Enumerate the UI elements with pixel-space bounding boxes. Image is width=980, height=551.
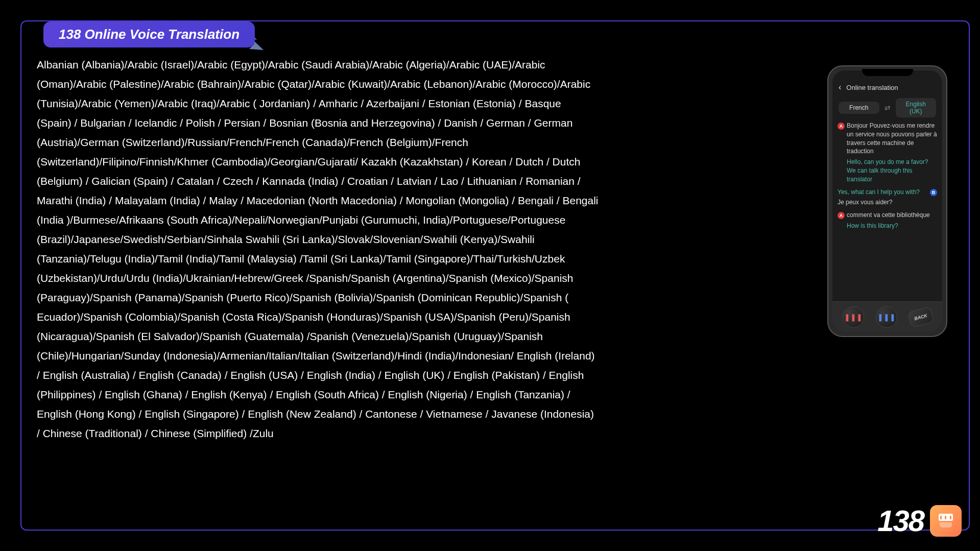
msg-translation: How is this library? — [847, 222, 937, 230]
count-number: 138 — [877, 504, 924, 538]
message-a: A comment va cette bibliothèque How is t… — [838, 211, 937, 230]
languages-list: Albanian (Albania)/Arabic (Israel)/Arabi… — [37, 55, 599, 443]
phone-notch — [862, 69, 913, 76]
msg-translation: Hello, can you do me a favor? We can tal… — [847, 158, 937, 183]
translation-app-icon — [930, 505, 962, 537]
lang-from-pill[interactable]: French — [839, 102, 879, 114]
mic-button-a[interactable]: ❚❚❚ — [843, 306, 864, 328]
language-selector: French ⇄ English (UK) — [832, 94, 942, 122]
header-title-badge: 138 Online Voice Translation — [43, 21, 255, 47]
msg-original: Bonjour Pouvez-vous me rendre un service… — [847, 122, 937, 156]
lang-to-pill[interactable]: English (UK) — [896, 98, 937, 117]
msg-translation: Je peux vous aider? — [838, 198, 928, 207]
speaker-badge-b: B — [930, 189, 937, 196]
conversation-area: A Bonjour Pouvez-vous me rendre un servi… — [832, 122, 942, 301]
message-a: A Bonjour Pouvez-vous me rendre un servi… — [838, 122, 937, 184]
screen-title: Online translation — [846, 84, 898, 91]
phone-frame: ‹ Online translation French ⇄ English (U… — [827, 65, 947, 337]
phone-bottom-bar: ❚❚❚ ❚❚❚ BACK — [832, 301, 942, 332]
msg-original: Yes, what can I help you with? — [838, 188, 928, 197]
speaker-badge-a: A — [838, 123, 845, 130]
mic-button-b[interactable]: ❚❚❚ — [876, 306, 897, 328]
phone-screen: ‹ Online translation French ⇄ English (U… — [832, 70, 942, 332]
message-b: B Yes, what can I help you with? Je peux… — [838, 188, 937, 207]
msg-original: comment va cette bibliothèque — [847, 211, 937, 220]
back-button[interactable]: BACK — [907, 306, 934, 328]
back-icon[interactable]: ‹ — [839, 83, 841, 92]
phone-header: ‹ Online translation — [832, 81, 942, 94]
footer-right: 138 — [877, 504, 962, 538]
speaker-badge-a: A — [838, 212, 845, 219]
swap-icon[interactable]: ⇄ — [882, 104, 893, 112]
phone-device: ‹ Online translation French ⇄ English (U… — [827, 65, 947, 337]
